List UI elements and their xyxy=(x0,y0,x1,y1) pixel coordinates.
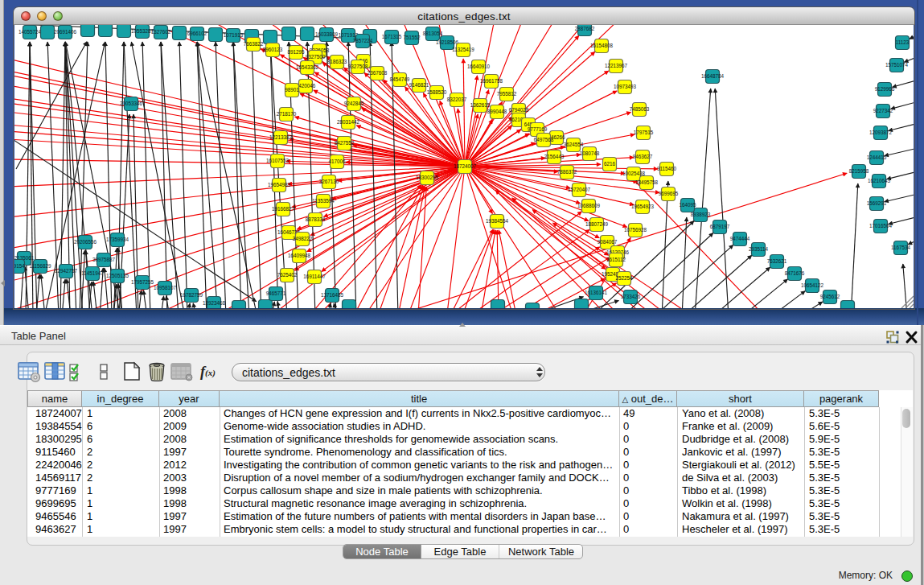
svg-text:16210643: 16210643 xyxy=(868,178,891,183)
svg-text:12213383: 12213383 xyxy=(269,134,293,140)
svg-text:17359934: 17359934 xyxy=(106,237,129,242)
svg-text:18724007: 18724007 xyxy=(454,163,477,169)
svg-text:19654923: 19654923 xyxy=(631,204,655,209)
svg-text:7632621: 7632621 xyxy=(767,258,787,264)
svg-text:6497568: 6497568 xyxy=(534,137,554,142)
svg-text:9699695: 9699695 xyxy=(659,191,679,196)
svg-text:2887682: 2887682 xyxy=(575,26,595,31)
svg-text:9245612: 9245612 xyxy=(820,294,840,299)
svg-text:1733426: 1733426 xyxy=(621,294,641,299)
svg-text:9474444: 9474444 xyxy=(730,236,750,241)
svg-text:12213967: 12213967 xyxy=(605,63,628,68)
svg-text:16136141: 16136141 xyxy=(585,290,608,295)
svg-text:11325419: 11325419 xyxy=(452,47,474,52)
svg-text:9242845: 9242845 xyxy=(344,101,364,106)
svg-text:15720407: 15720407 xyxy=(568,187,591,192)
svg-text:10958107: 10958107 xyxy=(154,285,177,290)
svg-text:1615112: 1615112 xyxy=(606,257,626,262)
svg-text:1588520: 1588520 xyxy=(427,89,447,95)
svg-text:14055724: 14055724 xyxy=(18,29,42,35)
svg-text:8186323: 8186323 xyxy=(327,59,347,64)
svg-text:11353594: 11353594 xyxy=(312,198,335,204)
svg-text:8990448: 8990448 xyxy=(487,109,507,114)
svg-text:13716485: 13716485 xyxy=(321,292,344,298)
svg-text:2156443: 2156443 xyxy=(544,154,565,159)
svg-text:8878334: 8878334 xyxy=(306,216,326,222)
svg-text:16033809: 16033809 xyxy=(315,31,339,37)
svg-text:30975887: 30975887 xyxy=(92,257,116,262)
svg-text:8813054: 8813054 xyxy=(423,31,443,36)
svg-text:16543362: 16543362 xyxy=(296,64,319,70)
svg-text:7886372: 7886372 xyxy=(557,169,577,175)
svg-text:8938923: 8938923 xyxy=(691,212,711,217)
svg-text:19654983: 19654983 xyxy=(268,182,291,187)
svg-text:11451947: 11451947 xyxy=(81,270,104,276)
svg-text:18300295: 18300295 xyxy=(416,175,439,180)
svg-text:20053346: 20053346 xyxy=(120,101,143,106)
svg-text:1362615: 1362615 xyxy=(470,102,491,108)
svg-text:751552: 751552 xyxy=(403,35,421,40)
svg-text:16911447: 16911447 xyxy=(303,274,326,279)
svg-text:7663822: 7663822 xyxy=(244,41,264,47)
svg-text:3267130: 3267130 xyxy=(319,179,339,184)
svg-text:9129966: 9129966 xyxy=(875,86,895,92)
svg-text:18807249: 18807249 xyxy=(585,221,609,227)
svg-text:9465771: 9465771 xyxy=(266,290,286,296)
svg-text:9777169: 9777169 xyxy=(528,126,548,132)
svg-text:16648784: 16648784 xyxy=(701,73,725,79)
svg-text:6216: 6216 xyxy=(604,161,616,167)
svg-text:3624554: 3624554 xyxy=(564,142,584,147)
svg-text:6966102: 6966102 xyxy=(187,31,207,36)
svg-text:11156829: 11156829 xyxy=(29,263,51,269)
svg-text:164095: 164095 xyxy=(679,202,696,208)
svg-text:10688609: 10688609 xyxy=(577,203,601,208)
svg-text:16961758: 16961758 xyxy=(480,78,503,84)
svg-text:9463627: 9463627 xyxy=(633,154,653,159)
svg-text:28031442: 28031442 xyxy=(337,119,360,125)
svg-text:7857224: 7857224 xyxy=(353,38,373,43)
svg-text:17016504: 17016504 xyxy=(869,223,893,229)
svg-text:9146821: 9146821 xyxy=(409,82,429,88)
svg-text:20691406: 20691406 xyxy=(54,29,77,35)
svg-text:8454749: 8454749 xyxy=(390,76,410,82)
svg-text:1327602: 1327602 xyxy=(151,29,171,35)
svg-text:12505135: 12505135 xyxy=(106,273,129,278)
svg-text:3498222: 3498222 xyxy=(293,236,313,241)
svg-text:8215958: 8215958 xyxy=(849,168,869,174)
svg-text:15751074: 15751074 xyxy=(885,62,909,68)
svg-text:9115460: 9115460 xyxy=(657,166,677,171)
svg-text:16782759: 16782759 xyxy=(180,292,203,298)
svg-text:252254: 252254 xyxy=(615,275,633,281)
svg-text:891295: 891295 xyxy=(287,49,305,55)
svg-text:9327500: 9327500 xyxy=(306,54,326,60)
svg-text:8960123: 8960123 xyxy=(263,47,283,52)
svg-text:10973493: 10973493 xyxy=(614,84,637,89)
svg-text:98901: 98901 xyxy=(285,87,299,93)
svg-text:7625402: 7625402 xyxy=(277,272,298,278)
svg-text:16107553: 16107553 xyxy=(266,158,290,163)
svg-text:10654122: 10654122 xyxy=(801,282,824,288)
svg-text:9084067: 9084067 xyxy=(598,239,618,245)
svg-text:(x): (x) xyxy=(205,368,216,378)
svg-text:6794028: 6794028 xyxy=(509,107,529,113)
svg-text:12942757: 12942757 xyxy=(55,268,78,274)
svg-text:2718170: 2718170 xyxy=(277,111,297,117)
svg-text:18495758: 18495758 xyxy=(635,179,659,185)
svg-text:20206556: 20206556 xyxy=(74,239,97,245)
svg-text:16409948: 16409948 xyxy=(288,253,311,258)
svg-text:1569291: 1569291 xyxy=(867,200,887,206)
svg-text:7955812: 7955812 xyxy=(497,91,517,97)
svg-text:1671315: 1671315 xyxy=(382,34,402,39)
svg-text:10756928: 10756928 xyxy=(624,227,647,233)
svg-text:7485063: 7485063 xyxy=(630,106,650,112)
svg-text:19384554: 19384554 xyxy=(486,218,509,224)
svg-text:1797515: 1797515 xyxy=(634,130,654,135)
svg-text:39154: 39154 xyxy=(14,263,25,269)
svg-text:12093872: 12093872 xyxy=(869,130,893,135)
svg-text:6879197: 6879197 xyxy=(710,224,730,229)
svg-text:17957255: 17957255 xyxy=(131,279,154,285)
svg-text:1167534: 1167534 xyxy=(891,245,911,250)
svg-text:9227342: 9227342 xyxy=(873,108,893,113)
svg-text:8427552: 8427552 xyxy=(335,140,355,146)
svg-text:1244415: 1244415 xyxy=(867,154,887,160)
